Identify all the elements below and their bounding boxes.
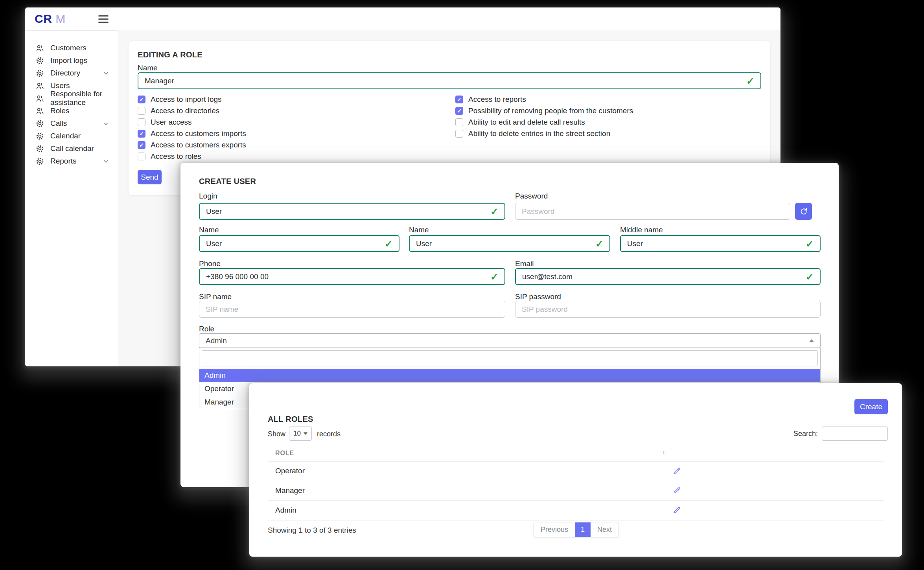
sidebar-menu: Customers Import logs Directory Users bbox=[25, 31, 118, 167]
phone-label: Phone bbox=[199, 259, 221, 268]
logo-secondary: M bbox=[55, 12, 66, 25]
entries-summary: Showing 1 to 3 of 3 entries bbox=[268, 526, 356, 535]
valid-check-icon: ✓ bbox=[595, 238, 604, 249]
app-logo: CR M bbox=[35, 12, 66, 26]
chevron-down-icon bbox=[103, 158, 109, 165]
email-input[interactable] bbox=[515, 268, 821, 285]
search-label: Search: bbox=[793, 430, 818, 438]
sidebar-item-calls[interactable]: Calls bbox=[25, 117, 118, 130]
second-name-label: Name bbox=[409, 226, 429, 234]
checkbox-label: Access to directories bbox=[151, 107, 219, 115]
role-option-admin[interactable]: Admin bbox=[199, 369, 820, 382]
table-row: Admin bbox=[268, 500, 884, 520]
edit-role-button[interactable] bbox=[672, 466, 681, 476]
search-control: Search: bbox=[793, 427, 888, 441]
send-button[interactable]: Send bbox=[138, 170, 162, 184]
checkbox-access-to-roles[interactable]: ✓ Access to roles bbox=[138, 151, 201, 162]
checkbox-access-to-customers-imports[interactable]: ✓ Access to customers imports bbox=[138, 128, 246, 139]
page-1-button[interactable]: 1 bbox=[575, 522, 591, 537]
create-role-button[interactable]: Create bbox=[854, 399, 888, 414]
edit-role-button[interactable] bbox=[672, 486, 681, 496]
sip-password-field: ✓ bbox=[515, 301, 821, 318]
sort-icon[interactable]: ↑↓ bbox=[662, 449, 665, 456]
next-page-button[interactable]: Next bbox=[591, 522, 618, 537]
role-name-input[interactable] bbox=[138, 72, 761, 89]
sidebar-item-label: Import logs bbox=[50, 56, 87, 65]
valid-check-icon: ✓ bbox=[490, 271, 499, 282]
role-dropdown-search-input[interactable] bbox=[202, 351, 817, 366]
checkbox-access-to-reports[interactable]: ✓ Access to reports bbox=[455, 94, 526, 105]
hamburger-menu-icon[interactable] bbox=[98, 15, 109, 23]
sidebar-item-label: Calls bbox=[50, 119, 67, 128]
previous-page-button[interactable]: Previous bbox=[534, 522, 575, 537]
login-input[interactable] bbox=[199, 203, 505, 220]
refresh-icon bbox=[799, 207, 808, 216]
desktop: CR M Customers Import logs Directory bbox=[0, 0, 924, 570]
phone-input[interactable] bbox=[199, 268, 505, 285]
checkbox-access-to-directories[interactable]: ✓ Access to directories bbox=[138, 105, 219, 116]
search-input[interactable] bbox=[822, 427, 888, 441]
checkbox-delete-street-entries[interactable]: ✓ Ability to delete entries in the stree… bbox=[455, 128, 610, 139]
checkbox-box: ✓ bbox=[138, 130, 145, 138]
sip-name-label: SIP name bbox=[199, 292, 232, 301]
sidebar-header: CR M bbox=[25, 7, 118, 31]
sidebar-item-label: Directory bbox=[50, 69, 80, 77]
edit-role-button[interactable] bbox=[672, 506, 681, 516]
valid-check-icon: ✓ bbox=[490, 206, 499, 217]
gear-icon bbox=[35, 132, 44, 141]
chevron-up-icon bbox=[809, 339, 814, 342]
checkbox-box: ✓ bbox=[455, 96, 463, 103]
pencil-icon bbox=[672, 506, 681, 514]
sip-password-input[interactable] bbox=[515, 301, 821, 318]
valid-check-icon: ✓ bbox=[385, 238, 393, 249]
sidebar-item-calendar[interactable]: Calendar bbox=[25, 130, 118, 142]
password-label: Password bbox=[515, 192, 548, 200]
role-label: Role bbox=[199, 325, 214, 333]
sidebar-item-directory[interactable]: Directory bbox=[25, 67, 118, 79]
sidebar-item-import-logs[interactable]: Import logs bbox=[25, 54, 118, 67]
sidebar-item-reports[interactable]: Reports bbox=[25, 155, 118, 167]
checkbox-label: Access to roles bbox=[151, 152, 201, 161]
sidebar-item-label: Users bbox=[50, 81, 70, 90]
sidebar-item-call-calendar[interactable]: Call calendar bbox=[25, 142, 118, 155]
checkbox-box: ✓ bbox=[455, 130, 463, 138]
middle-name-input[interactable] bbox=[620, 235, 821, 252]
chevron-down-icon bbox=[304, 432, 307, 435]
checkbox-access-to-import-logs[interactable]: ✓ Access to import logs bbox=[138, 94, 222, 105]
first-name-input[interactable] bbox=[199, 235, 399, 252]
records-label: records bbox=[317, 430, 341, 438]
generate-password-button[interactable] bbox=[795, 203, 812, 220]
gear-icon bbox=[35, 119, 44, 128]
checkbox-label: Ability to edit and delete call results bbox=[468, 118, 585, 127]
role-dropdown-search bbox=[202, 350, 818, 366]
checkbox-user-access[interactable]: ✓ User access bbox=[138, 117, 192, 128]
role-column-header[interactable]: ROLE bbox=[275, 450, 294, 457]
sip-name-input[interactable] bbox=[199, 301, 505, 318]
password-input[interactable] bbox=[515, 203, 790, 220]
sidebar-item-label: Calendar bbox=[50, 132, 81, 140]
checkbox-box: ✓ bbox=[138, 141, 145, 149]
sidebar-item-customers[interactable]: Customers bbox=[25, 42, 118, 54]
page-size-select[interactable]: 10 bbox=[289, 427, 312, 441]
first-name-label: Name bbox=[199, 226, 219, 234]
middle-name-field: ✓ bbox=[620, 235, 821, 252]
checkbox-box: ✓ bbox=[138, 118, 145, 126]
check-icon: ✓ bbox=[457, 108, 462, 114]
role-cell: Admin bbox=[275, 506, 296, 515]
checkbox-access-to-customers-exports[interactable]: ✓ Access to customers exports bbox=[138, 140, 246, 151]
sidebar-item-responsible-for-assistance[interactable]: Responsible for assistance bbox=[25, 92, 118, 105]
checkbox-box: ✓ bbox=[138, 153, 145, 160]
checkbox-box: ✓ bbox=[138, 107, 145, 115]
users-icon bbox=[35, 44, 44, 53]
second-name-input[interactable] bbox=[409, 235, 610, 252]
table-row: Manager bbox=[268, 481, 884, 501]
checkbox-box: ✓ bbox=[138, 96, 145, 103]
role-name-label: Name bbox=[138, 64, 158, 72]
gear-icon bbox=[35, 56, 44, 65]
checkbox-removing-people[interactable]: ✓ Possibility of removing people from th… bbox=[455, 105, 633, 116]
create-user-title: CREATE USER bbox=[199, 177, 256, 186]
role-select[interactable]: Admin bbox=[199, 333, 821, 348]
checkbox-edit-delete-call-results[interactable]: ✓ Ability to edit and delete call result… bbox=[455, 117, 585, 128]
logo-primary: CR bbox=[35, 12, 52, 25]
phone-field: ✓ bbox=[199, 268, 505, 285]
